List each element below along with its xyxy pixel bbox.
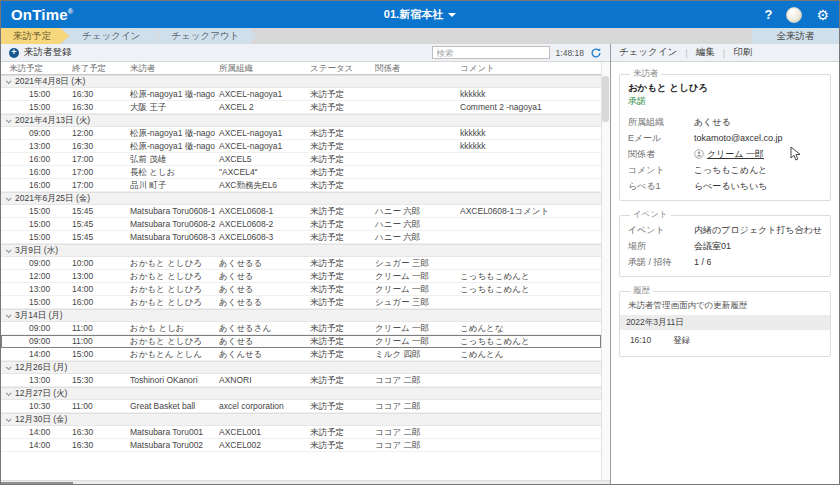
cell-visitor: おかもと としひろ	[126, 257, 215, 269]
cell-comment: kkkkkk	[456, 140, 601, 152]
detail-action-3[interactable]: 印刷	[733, 46, 752, 59]
date-group-row[interactable]: 2021年4月8日 (木)	[1, 75, 601, 88]
event-field-label: 承諾 / 招待	[628, 254, 694, 270]
visitor-field-value[interactable]: クリーム 一郎	[694, 146, 764, 162]
table-row[interactable]: 16:0017:00弘前 茂雄AXCEL5来訪予定	[1, 153, 601, 166]
cell-status: 来訪予定	[306, 257, 371, 269]
table-row[interactable]: 10:3011:00Great Basket ballaxcel corpora…	[1, 400, 601, 413]
column-header-3[interactable]: 来訪者	[126, 62, 215, 74]
table-row-selected[interactable]: 09:0011:00おかもと としひろあくせる来訪予定クリーム 一郎こっちもこめ…	[1, 335, 601, 348]
event-field-text: 会議室01	[694, 238, 731, 254]
cell-related: クリーム 一郎	[371, 335, 456, 347]
column-header-2[interactable]: 終了予定	[68, 62, 126, 74]
table-row[interactable]: 13:0016:30松原-nagoya1 徹-nagoya1AXCEL-nago…	[1, 140, 601, 153]
table-row[interactable]: 16:0017:00品川 町子AXC勤務先EL6来訪予定	[1, 179, 601, 192]
horizontal-scrollbar[interactable]	[1, 480, 610, 485]
cell-comment: kkkkkk	[456, 127, 601, 139]
cell-org: AXCEL-nagoya1	[215, 88, 306, 100]
visitor-field-row: コメントこっちもこめんと	[628, 162, 822, 178]
table-row[interactable]: 13:0015:30Toshinori OKanoriAXNORI来訪予定ココア…	[1, 374, 601, 387]
table-row[interactable]: 09:0010:00おかもと としひろあくせるる来訪予定シュガー 三郎	[1, 257, 601, 270]
user-avatar[interactable]	[786, 7, 802, 23]
tab-bar-left: 来訪予定チェックインチェックアウト	[1, 28, 258, 44]
cell-comment	[456, 400, 601, 412]
cell-status: 来訪予定	[306, 140, 371, 152]
date-group-row[interactable]: 2021年6月25日 (金)	[1, 192, 601, 205]
event-field-text: 1 / 6	[694, 254, 712, 270]
table-row[interactable]: 14:0016:30Matsubara Toru001AXCEL001来訪予定コ…	[1, 426, 601, 439]
top-bar: OnTime® 01.新宿本社 ? ⚙	[1, 1, 839, 28]
cell-org: AXCEL-nagoya1	[215, 140, 306, 152]
visitor-field-text[interactable]: クリーム 一郎	[707, 146, 764, 162]
table-row[interactable]: 15:0016:30大阪 王子AXCEL 2来訪予定Comment 2 -nag…	[1, 101, 601, 114]
tab-3[interactable]: チェックアウト	[151, 28, 257, 44]
detail-action-1[interactable]: チェックイン	[619, 46, 677, 59]
cell-comment: こっちもこめんと	[456, 270, 601, 282]
table-body: 2021年4月8日 (木)15:0016:30松原-nagoya1 徹-nago…	[1, 75, 601, 452]
refresh-icon[interactable]	[590, 47, 602, 59]
table-row[interactable]: 09:0011:00おかも としおあくせるさん来訪予定クリーム 一郎こめんとな	[1, 322, 601, 335]
table-row[interactable]: 13:0014:00おかもと としひろあくせる来訪予定クリーム 一郎こっちもこめ…	[1, 283, 601, 296]
tab-1[interactable]: 来訪予定	[1, 28, 69, 44]
group-date-label: 2021年4月8日 (木)	[15, 76, 85, 88]
table-row[interactable]: 15:0015:45Matsubara Toru0608-3AXCEL0608-…	[1, 231, 601, 244]
collapse-chevron-icon[interactable]	[6, 78, 12, 84]
table-row[interactable]: 15:0015:45Matsubara Toru0608-2AXCEL0608-…	[1, 218, 601, 231]
help-icon[interactable]: ?	[764, 7, 772, 22]
table-row[interactable]: 16:0017:00長松 としお"AXCEL4"来訪予定	[1, 166, 601, 179]
settings-gear-icon[interactable]: ⚙	[816, 8, 829, 22]
collapse-chevron-icon[interactable]	[6, 312, 12, 318]
visitor-field-value: あくせる	[694, 114, 731, 130]
cell-comment	[456, 231, 601, 243]
column-header-7[interactable]: コメント	[456, 62, 601, 74]
cell-status: 来訪予定	[306, 179, 371, 191]
cell-visitor: おかもと としひろ	[126, 296, 215, 308]
date-group-row[interactable]: 3月14日 (月)	[1, 309, 601, 322]
collapse-chevron-icon[interactable]	[6, 416, 12, 422]
cell-status: 来訪予定	[306, 153, 371, 165]
table-row[interactable]: 14:0015:00おかもとん としんあくんせる来訪予定ミルク 四郎こめんとん	[1, 348, 601, 361]
cell-visitor: おかもとん としん	[126, 348, 215, 360]
cell-end: 11:00	[68, 335, 126, 347]
cell-start: 13:00	[1, 283, 68, 295]
collapse-chevron-icon[interactable]	[6, 195, 12, 201]
table-row[interactable]: 15:0016:30松原-nagoya1 徹-nagoya1AXCEL-nago…	[1, 88, 601, 101]
column-header-6[interactable]: 関係者	[371, 62, 456, 74]
table-row[interactable]: 15:0016:00おかもと としひろあくせるる来訪予定シュガー 三郎	[1, 296, 601, 309]
collapse-chevron-icon[interactable]	[6, 117, 12, 123]
cell-start: 15:00	[1, 218, 68, 230]
cell-end: 15:45	[68, 231, 126, 243]
collapse-chevron-icon[interactable]	[6, 247, 12, 253]
table-header-row[interactable]: 来訪予定終了予定来訪者所属組織ステータス関係者コメント	[1, 62, 601, 75]
tab-all-visitors[interactable]: 全来訪者	[752, 28, 839, 44]
search-input[interactable]	[432, 46, 550, 59]
cell-visitor: 松原-nagoya1 徹-nagoya1	[126, 127, 215, 139]
vertical-scrollbar[interactable]	[601, 62, 610, 485]
collapse-chevron-icon[interactable]	[6, 364, 12, 370]
cell-visitor: おかもと としひろ	[126, 270, 215, 282]
table-row[interactable]: 14:0016:30Matsubara Toru002AXCEL002来訪予定コ…	[1, 439, 601, 452]
date-group-row[interactable]: 3月9日 (水)	[1, 244, 601, 257]
date-group-row[interactable]: 2021年4月13日 (火)	[1, 114, 601, 127]
list-toolbar: + 来訪者登録 1:48:18	[1, 44, 610, 62]
column-header-5[interactable]: ステータス	[306, 62, 371, 74]
tab-2[interactable]: チェックイン	[62, 28, 158, 44]
detail-action-2[interactable]: 編集	[696, 46, 715, 59]
column-header-1[interactable]: 来訪予定	[1, 62, 68, 74]
table-row[interactable]: 12:0013:00おかもと としひろあくせる来訪予定クリーム 一郎こっちもこめ…	[1, 270, 601, 283]
table-row[interactable]: 15:0015:45Matsubara Toru0608-1AXCEL0608-…	[1, 205, 601, 218]
event-field-label: イベント	[628, 222, 694, 238]
collapse-chevron-icon[interactable]	[6, 390, 12, 396]
date-group-row[interactable]: 12月27日 (火)	[1, 387, 601, 400]
date-group-row[interactable]: 12月30日 (金)	[1, 413, 601, 426]
column-header-4[interactable]: 所属組織	[215, 62, 306, 74]
table-row[interactable]: 09:0012:00松原-nagoya1 徹-nagoya1AXCEL-nago…	[1, 127, 601, 140]
date-group-row[interactable]: 12月26日 (月)	[1, 361, 601, 374]
cell-end: 15:00	[68, 348, 126, 360]
visitor-section: 来訪者 おかもと としひろ 承諾 所属組織あくせるEメールtokamoto@ax…	[619, 68, 831, 201]
cell-start: 15:00	[1, 205, 68, 217]
location-selector[interactable]: 01.新宿本社	[1, 7, 839, 22]
vertical-scrollbar-thumb[interactable]	[602, 76, 609, 122]
cell-comment	[456, 153, 601, 165]
register-visitor-button[interactable]: + 来訪者登録	[9, 46, 72, 59]
